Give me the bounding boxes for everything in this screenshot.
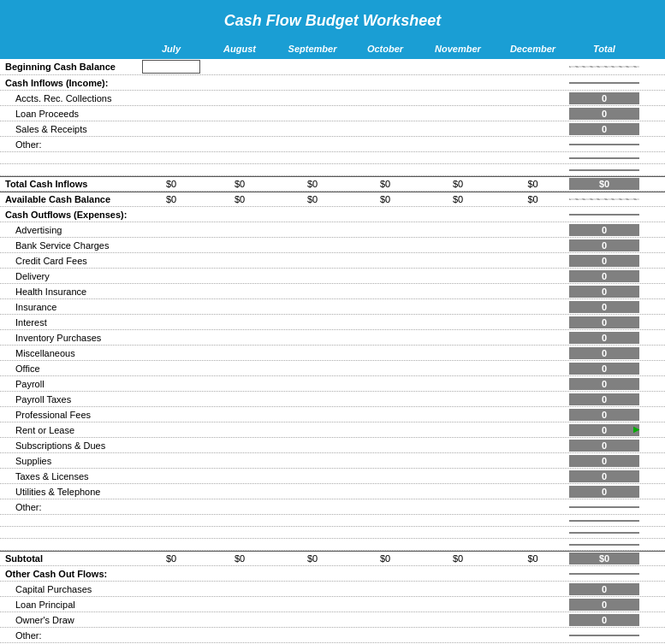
empty-cell	[351, 520, 419, 522]
worksheet-body: Beginning Cash BalanceCash Inflows (Inco…	[0, 59, 665, 644]
row-label: Inventory Purchases	[0, 332, 137, 344]
beginning-cash-july-input[interactable]	[142, 60, 200, 74]
total-cell: 0	[569, 270, 639, 282]
col-label	[0, 42, 137, 56]
data-cell-nov	[419, 399, 496, 400]
data-cell-sep	[274, 604, 351, 606]
empty-cell	[0, 544, 137, 546]
row-label: Other:	[0, 501, 137, 513]
data-cell-aug	[205, 491, 274, 493]
data-cell-dec	[496, 619, 569, 621]
data-cell-july	[137, 245, 205, 246]
empty-cell	[419, 573, 496, 575]
data-cell-dec	[496, 491, 569, 493]
data-cell-dec	[496, 445, 569, 446]
total-cell: 0	[569, 363, 639, 375]
data-cell-oct	[351, 476, 419, 477]
table-row	[0, 164, 665, 176]
data-cell-aug	[205, 429, 274, 431]
data-cell-dec	[496, 337, 569, 339]
empty-cell	[205, 82, 274, 84]
subtotal-cell: $0	[351, 552, 419, 564]
data-cell-nov	[419, 414, 496, 416]
row-label: Utilities & Telephone	[0, 486, 137, 498]
table-row: Sales & Receipts0	[0, 121, 665, 137]
total-cell: 0	[569, 255, 639, 267]
empty-cell	[351, 82, 419, 84]
data-cell-sep	[274, 144, 351, 145]
data-cell-sep	[274, 275, 351, 277]
data-cell-sep	[274, 306, 351, 308]
data-cell-sep	[274, 635, 351, 636]
empty-cell	[569, 573, 639, 575]
data-cell-july	[137, 506, 205, 508]
worksheet-title: Cash Flow Budget Worksheet	[0, 12, 665, 30]
empty-cell	[496, 157, 569, 159]
data-cell-dec	[496, 368, 569, 369]
empty-cell	[569, 214, 639, 216]
data-cell-sep	[274, 476, 351, 477]
data-cell-dec	[496, 275, 569, 277]
total-cell: 0	[569, 409, 639, 421]
table-row: Advertising0	[0, 222, 665, 238]
subtotal-cell: $0	[496, 178, 569, 190]
total-cell: 0	[569, 316, 639, 328]
data-cell-dec	[496, 66, 569, 68]
data-cell-oct	[351, 291, 419, 292]
data-cell-nov	[419, 260, 496, 262]
data-cell-july	[137, 619, 205, 621]
data-cell-nov	[419, 337, 496, 339]
data-cell-dec	[496, 399, 569, 400]
total-cell: 0	[569, 378, 639, 390]
data-cell-nov	[419, 306, 496, 308]
data-cell-july	[137, 337, 205, 339]
col-july: July	[137, 42, 205, 56]
total-cell: 0	[569, 239, 639, 251]
empty-cell	[569, 520, 639, 522]
table-row	[0, 527, 665, 539]
table-row: Miscellaneous0	[0, 346, 665, 361]
empty-cell	[137, 532, 205, 534]
data-cell-aug	[205, 113, 274, 115]
empty-cell	[419, 532, 496, 534]
total-cell: 0	[569, 347, 639, 359]
data-cell-dec	[496, 113, 569, 115]
header: Cash Flow Budget Worksheet	[0, 0, 665, 38]
data-cell-oct	[351, 306, 419, 308]
row-label: Advertising	[0, 224, 137, 236]
table-row: Other Cash Out Flows:	[0, 566, 665, 582]
total-cell	[569, 144, 639, 145]
table-row: Credit Card Fees0	[0, 253, 665, 269]
empty-cell	[569, 157, 639, 159]
data-cell-dec	[496, 604, 569, 606]
data-cell-aug	[205, 229, 274, 231]
data-cell-aug	[205, 322, 274, 323]
data-cell-nov	[419, 619, 496, 621]
subtotal-cell: $0	[419, 193, 496, 205]
section-header-label: Other Cash Out Flows:	[0, 568, 137, 580]
data-cell-oct	[351, 144, 419, 145]
data-cell-dec	[496, 144, 569, 145]
subtotal-label: Total Cash Inflows	[0, 178, 137, 190]
data-cell-dec	[496, 429, 569, 431]
data-cell-dec	[496, 383, 569, 385]
table-row: Taxes & Licenses0	[0, 469, 665, 484]
empty-cell	[137, 544, 205, 546]
empty-cell	[274, 214, 351, 216]
data-cell-aug	[205, 260, 274, 262]
total-cell: 0	[569, 599, 639, 611]
subtotal-cell: $0	[274, 552, 351, 564]
total-cell: 0	[569, 455, 639, 467]
table-row: Cash Inflows (Income):	[0, 75, 665, 91]
col-total: Total	[569, 42, 639, 56]
data-cell-sep	[274, 245, 351, 246]
table-row: Loan Proceeds0	[0, 106, 665, 121]
data-cell-dec	[496, 260, 569, 262]
table-row: Capital Purchases0	[0, 582, 665, 597]
subtotal-cell: $0	[205, 178, 274, 190]
table-row: Total Cash Inflows$0$0$0$0$0$0$0	[0, 176, 665, 192]
empty-cell	[351, 169, 419, 171]
data-cell-aug	[205, 128, 274, 130]
empty-cell	[274, 573, 351, 575]
data-cell-sep	[274, 260, 351, 262]
